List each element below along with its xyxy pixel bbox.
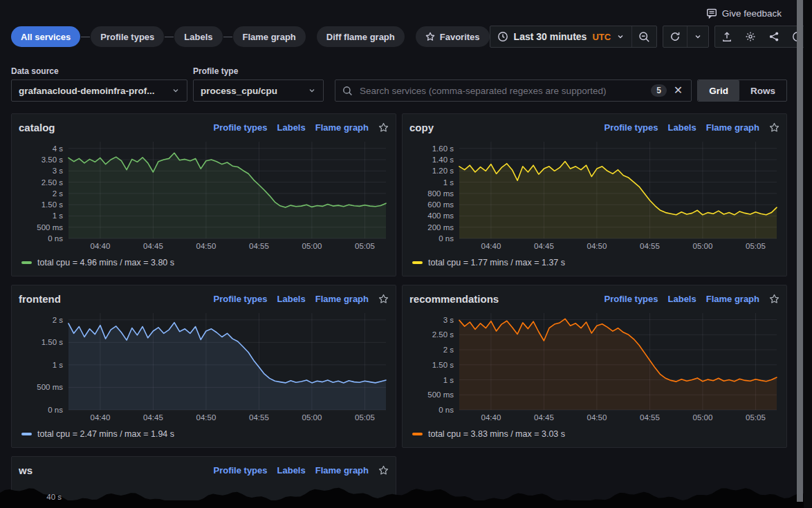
star-icon[interactable] <box>769 122 779 133</box>
star-icon[interactable] <box>378 122 389 133</box>
y-tick-label: 3 s <box>443 316 454 324</box>
give-feedback-button[interactable]: Give feedback <box>706 8 782 19</box>
x-tick-label: 04:50 <box>587 413 607 422</box>
y-tick-label: 400 ms <box>427 211 454 220</box>
toggle-rows[interactable]: Rows <box>739 80 786 101</box>
search-icon <box>342 86 353 96</box>
pill-connector <box>165 37 174 37</box>
export-button[interactable] <box>715 26 739 47</box>
profile-type-label: Profile type <box>193 66 324 76</box>
legend-swatch <box>412 261 423 264</box>
legend-item[interactable]: total cpu = 3.83 mins / max = 3.03 s <box>409 429 779 439</box>
x-tick-label: 04:40 <box>481 242 501 250</box>
x-tick-label: 04:45 <box>143 242 163 250</box>
panel-links: Profile typesLabelsFlame graph <box>213 122 389 133</box>
refresh-group <box>663 26 709 48</box>
datasource-value: grafanacloud-demoinfra-prof... <box>19 86 155 96</box>
nav-pill-label: Favorites <box>440 32 480 42</box>
time-picker-group: Last 30 minutes UTC <box>490 26 658 48</box>
refresh-interval-button[interactable] <box>688 26 708 47</box>
panel-link-profile-types[interactable]: Profile types <box>604 294 658 304</box>
panel-link-labels[interactable]: Labels <box>277 122 306 133</box>
y-tick-label: 1.40 s <box>432 156 454 164</box>
panel-header: wsProfile typesLabelsFlame graph <box>19 461 389 479</box>
panel-link-profile-types[interactable]: Profile types <box>604 122 658 133</box>
zoom-out-button[interactable] <box>632 26 656 47</box>
legend-item[interactable]: total cpu = 4.96 mins / max = 3.80 s <box>19 258 389 267</box>
chevron-down-icon <box>616 32 625 41</box>
time-range-label: Last 30 minutes <box>514 31 587 42</box>
x-tick-label: 04:40 <box>91 242 111 250</box>
legend-label: total cpu = 1.77 mins / max = 1.37 s <box>428 258 565 267</box>
legend-item[interactable]: total cpu = 2.47 mins / max = 1.94 s <box>19 429 389 439</box>
scrollbar[interactable] <box>797 0 803 502</box>
star-icon[interactable] <box>378 294 389 304</box>
search-input[interactable] <box>358 85 645 97</box>
panel-links: Profile typesLabelsFlame graph <box>604 294 779 304</box>
legend-swatch <box>412 433 423 435</box>
toggle-grid[interactable]: Grid <box>698 80 739 101</box>
x-tick-label: 04:45 <box>534 413 554 422</box>
nav-pill-favorites[interactable]: Favorites <box>416 26 490 47</box>
match-count-badge: 5 <box>651 84 667 97</box>
nav-pill-labels[interactable]: Labels <box>174 26 222 47</box>
panel-link-labels[interactable]: Labels <box>668 122 696 133</box>
x-tick-label: 05:05 <box>355 413 375 422</box>
legend-label: total cpu = 3.83 mins / max = 3.03 s <box>428 429 565 439</box>
x-tick-label: 05:00 <box>302 242 322 250</box>
y-tick-label: 40 s <box>19 493 62 501</box>
star-icon[interactable] <box>378 465 389 476</box>
timeseries-chart[interactable]: 0 ns500 ms1 s1.50 s2 s2.50 s3 s04:4004:4… <box>409 309 781 425</box>
nav-pill-all-services[interactable]: All services <box>11 26 80 47</box>
series-area <box>459 319 777 410</box>
panel-header: catalogProfile typesLabelsFlame graph <box>19 118 389 136</box>
timeseries-chart[interactable]: 0 ns500 ms1 s1.50 s2 s2.50 s3 s3.50 s4 s… <box>19 138 390 254</box>
panel-ws: wsProfile typesLabelsFlame graph40 s <box>11 456 396 508</box>
nav-pill-flame-graph[interactable]: Flame graph <box>233 26 306 47</box>
legend-item[interactable]: total cpu = 1.77 mins / max = 1.37 s <box>409 258 779 267</box>
y-tick-label: 3 s <box>53 167 64 175</box>
y-tick-label: 1 s <box>53 361 64 369</box>
clear-search-icon[interactable]: ✕ <box>672 85 684 96</box>
y-tick-label: 3.50 s <box>41 156 64 164</box>
timezone-label: UTC <box>592 32 611 42</box>
panel-link-flame-graph[interactable]: Flame graph <box>315 465 369 476</box>
legend-swatch <box>21 261 32 264</box>
panel-link-flame-graph[interactable]: Flame graph <box>315 294 369 304</box>
y-tick-label: 4 s <box>53 144 64 153</box>
y-tick-label: 800 ms <box>427 189 454 198</box>
nav-pill-profile-types[interactable]: Profile types <box>91 26 164 47</box>
share-button[interactable] <box>762 26 786 47</box>
panel-link-profile-types[interactable]: Profile types <box>213 294 267 304</box>
panel-link-labels[interactable]: Labels <box>668 294 696 304</box>
star-icon[interactable] <box>769 294 779 304</box>
timeseries-chart[interactable]: 40 s <box>19 480 389 508</box>
panel-link-profile-types[interactable]: Profile types <box>213 465 267 476</box>
y-tick-label: 500 ms <box>427 391 454 399</box>
panel-link-labels[interactable]: Labels <box>277 294 306 304</box>
profile-type-value: process_cpu/cpu <box>201 86 277 96</box>
timeseries-chart[interactable]: 0 ns500 ms1 s1.50 s2 s04:4004:4504:5004:… <box>19 309 390 425</box>
toolbar: All services Profile types Labels Flame … <box>11 26 786 48</box>
settings-button[interactable] <box>739 26 762 47</box>
panel-link-labels[interactable]: Labels <box>277 465 306 476</box>
timeseries-chart[interactable]: 0 ns200 ms400 ms600 ms800 ms1 s1.20 s1.4… <box>409 138 781 254</box>
panel-link-flame-graph[interactable]: Flame graph <box>706 122 759 133</box>
x-tick-label: 04:55 <box>640 413 660 422</box>
time-range-button[interactable]: Last 30 minutes UTC <box>490 26 632 47</box>
nav-pill-diff-flame-graph[interactable]: Diff flame graph <box>317 26 405 47</box>
datasource-label: Data source <box>11 66 187 76</box>
panel-frontend: frontendProfile typesLabelsFlame graph0 … <box>11 285 396 448</box>
panel-link-flame-graph[interactable]: Flame graph <box>315 122 369 133</box>
x-tick-label: 05:05 <box>746 413 766 422</box>
refresh-button[interactable] <box>663 26 687 47</box>
panel-title: catalog <box>19 122 55 133</box>
panel-link-flame-graph[interactable]: Flame graph <box>706 294 759 304</box>
profile-type-select[interactable]: process_cpu/cpu <box>193 79 324 102</box>
x-tick-label: 04:55 <box>640 242 660 250</box>
x-tick-label: 05:05 <box>746 242 766 250</box>
datasource-select[interactable]: grafanacloud-demoinfra-prof... <box>11 79 187 102</box>
panel-link-profile-types[interactable]: Profile types <box>213 122 267 133</box>
chevron-down-icon <box>308 86 316 95</box>
panel-links: Profile typesLabelsFlame graph <box>213 294 389 304</box>
